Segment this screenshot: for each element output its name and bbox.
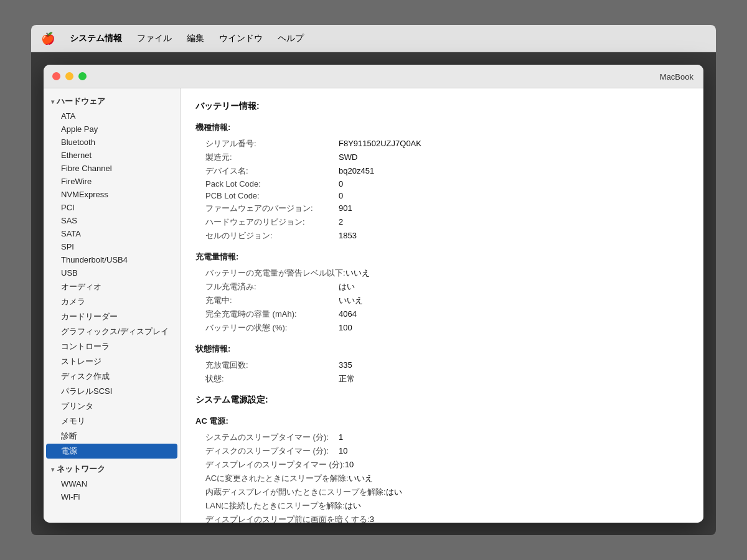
pcb-lot-value: 0	[339, 191, 343, 200]
system-sleep-value: 1	[339, 432, 343, 442]
charging-value: いいえ	[339, 295, 363, 306]
dim-display-value: 3	[370, 515, 374, 523]
info-row: 製造元: SWD	[195, 152, 688, 163]
manufacturer-label: 製造元:	[195, 152, 339, 163]
battery-status-value: 100	[339, 323, 352, 332]
menu-file[interactable]: ファイル	[137, 33, 172, 44]
device-name-label: デバイス名:	[195, 166, 339, 177]
info-row: デバイス名: bq20z451	[195, 166, 688, 177]
info-row: 完全充電時の容量 (mAh): 4064	[195, 309, 688, 320]
sidebar-item-printer[interactable]: プリンタ	[44, 399, 180, 414]
menu-edit[interactable]: 編集	[187, 33, 204, 44]
menu-system-info[interactable]: システム情報	[70, 33, 122, 44]
sidebar-item-firewire[interactable]: FireWire	[44, 175, 180, 188]
sidebar-item-wifi[interactable]: Wi-Fi	[44, 490, 180, 503]
pack-lot-value: 0	[339, 179, 343, 189]
machine-info-block: 機種情報: シリアル番号: F8Y911502UZJ7Q0AK 製造元: SWD…	[195, 122, 688, 241]
info-row: 内蔵ディスプレイが開いたときにスリープを解除: はい	[195, 487, 688, 498]
system-power-title: システム電源設定:	[195, 394, 688, 406]
info-row: フル充電済み: はい	[195, 281, 688, 292]
menu-help[interactable]: ヘルプ	[278, 33, 304, 44]
sidebar-item-controller[interactable]: コントローラ	[44, 339, 180, 354]
warn-level-label: バッテリーの充電量が警告レベル以下:	[195, 268, 345, 279]
info-row: PCB Lot Code: 0	[195, 191, 688, 200]
info-row: セルのリビジョン: 1853	[195, 230, 688, 241]
pcb-lot-label: PCB Lot Code:	[195, 191, 339, 200]
sidebar-item-sata[interactable]: SATA	[44, 227, 180, 240]
network-arrow-icon: ▾	[51, 466, 54, 473]
main-content: バッテリー情報: 機種情報: シリアル番号: F8Y911502UZJ7Q0AK…	[181, 88, 703, 523]
charging-label: 充電中:	[195, 295, 339, 306]
sidebar-item-storage[interactable]: ストレージ	[44, 354, 180, 369]
sidebar-item-usb[interactable]: USB	[44, 266, 180, 279]
network-section: ▾ ネットワーク WWAN Wi-Fi	[44, 461, 180, 503]
sidebar-item-camera[interactable]: カメラ	[44, 294, 180, 309]
page-title: バッテリー情報:	[195, 101, 688, 112]
ac-wake-label: ACに変更されたときにスリープを解除:	[195, 473, 349, 484]
network-section-header[interactable]: ▾ ネットワーク	[44, 461, 180, 477]
sidebar-item-wwan[interactable]: WWAN	[44, 477, 180, 490]
charge-info-title: 充電量情報:	[195, 251, 688, 263]
info-row: バッテリーの充電量が警告レベル以下: いいえ	[195, 268, 688, 279]
sidebar-item-memory[interactable]: メモリ	[44, 414, 180, 429]
disk-sleep-label: ディスクのスリープタイマー (分):	[195, 446, 339, 457]
charge-info-block: 充電量情報: バッテリーの充電量が警告レベル以下: いいえ フル充電済み: はい…	[195, 251, 688, 334]
battery-status-label: バッテリーの状態 (%):	[195, 322, 339, 334]
sidebar-item-pci[interactable]: PCI	[44, 201, 180, 214]
sidebar-item-spi[interactable]: SPI	[44, 240, 180, 253]
info-row: 充放電回数: 335	[195, 360, 688, 371]
sidebar-item-ata[interactable]: ATA	[44, 110, 180, 123]
window-title: MacBook	[660, 72, 693, 81]
firmware-value: 901	[339, 203, 352, 213]
hw-revision-label: ハードウェアのリビジョン:	[195, 217, 339, 228]
sidebar-item-disk[interactable]: ディスク作成	[44, 369, 180, 384]
status-info-title: 状態情報:	[195, 343, 688, 355]
info-row: ディスプレイのスリープタイマー (分): 10	[195, 459, 688, 470]
hw-revision-value: 2	[339, 217, 343, 226]
maximize-button[interactable]	[78, 72, 87, 80]
system-power-block: システム電源設定: AC 電源: システムのスリープタイマー (分): 1 ディ…	[195, 394, 688, 523]
serial-label: シリアル番号:	[195, 138, 339, 149]
menu-window[interactable]: ウインドウ	[219, 33, 263, 44]
cell-revision-label: セルのリビジョン:	[195, 230, 339, 241]
info-row: ファームウェアのバージョン: 901	[195, 203, 688, 214]
sidebar-item-thunderbolt[interactable]: Thunderbolt/USB4	[44, 253, 180, 266]
sidebar-item-audio[interactable]: オーディオ	[44, 279, 180, 294]
info-row: シリアル番号: F8Y911502UZJ7Q0AK	[195, 138, 688, 149]
sidebar-item-apple-pay[interactable]: Apple Pay	[44, 123, 180, 136]
info-row: LANに接続したときにスリープを解除: はい	[195, 500, 688, 511]
sidebar-item-parallel-scsi[interactable]: パラレルSCSI	[44, 384, 180, 399]
condition-label: 状態:	[195, 373, 339, 385]
full-capacity-value: 4064	[339, 309, 357, 319]
info-row: ハードウェアのリビジョン: 2	[195, 217, 688, 228]
title-bar: MacBook	[44, 65, 703, 88]
info-row: Pack Lot Code: 0	[195, 179, 688, 189]
hardware-section-header[interactable]: ▾ ハードウェア	[44, 93, 180, 110]
fully-charged-value: はい	[339, 281, 355, 292]
info-row: 充電中: いいえ	[195, 295, 688, 306]
sidebar-item-power[interactable]: 電源	[46, 444, 177, 459]
apple-menu-icon[interactable]: 🍎	[41, 32, 55, 45]
close-button[interactable]	[52, 72, 60, 80]
traffic-lights	[52, 72, 87, 80]
dim-display-label: ディスプレイのスリープ前に画面を暗くする:	[195, 514, 370, 523]
sidebar-item-ethernet[interactable]: Ethernet	[44, 149, 180, 162]
info-row: バッテリーの状態 (%): 100	[195, 322, 688, 334]
info-row: ディスプレイのスリープ前に画面を暗くする: 3	[195, 514, 688, 523]
display-sleep-value: 10	[345, 460, 354, 469]
sidebar-item-bluetooth[interactable]: Bluetooth	[44, 136, 180, 149]
condition-value: 正常	[339, 373, 355, 385]
sidebar-item-card-reader[interactable]: カードリーダー	[44, 309, 180, 324]
sidebar-item-graphics[interactable]: グラフィックス/ディスプレイ	[44, 324, 180, 339]
sidebar-item-diagnostics[interactable]: 診断	[44, 429, 180, 444]
pack-lot-label: Pack Lot Code:	[195, 179, 339, 189]
sidebar-item-nvmexpress[interactable]: NVMExpress	[44, 188, 180, 201]
lid-wake-label: 内蔵ディスプレイが開いたときにスリープを解除:	[195, 487, 386, 498]
content-area: ▾ ハードウェア ATA Apple Pay Bluetooth Etherne…	[44, 88, 703, 523]
sidebar-item-fibre-channel[interactable]: Fibre Channel	[44, 162, 180, 175]
minimize-button[interactable]	[65, 72, 73, 80]
app-window: MacBook ▾ ハードウェア ATA Apple Pay Bluetooth…	[44, 65, 703, 523]
sidebar-item-sas[interactable]: SAS	[44, 214, 180, 227]
sidebar: ▾ ハードウェア ATA Apple Pay Bluetooth Etherne…	[44, 88, 181, 523]
info-row: ディスクのスリープタイマー (分): 10	[195, 446, 688, 457]
